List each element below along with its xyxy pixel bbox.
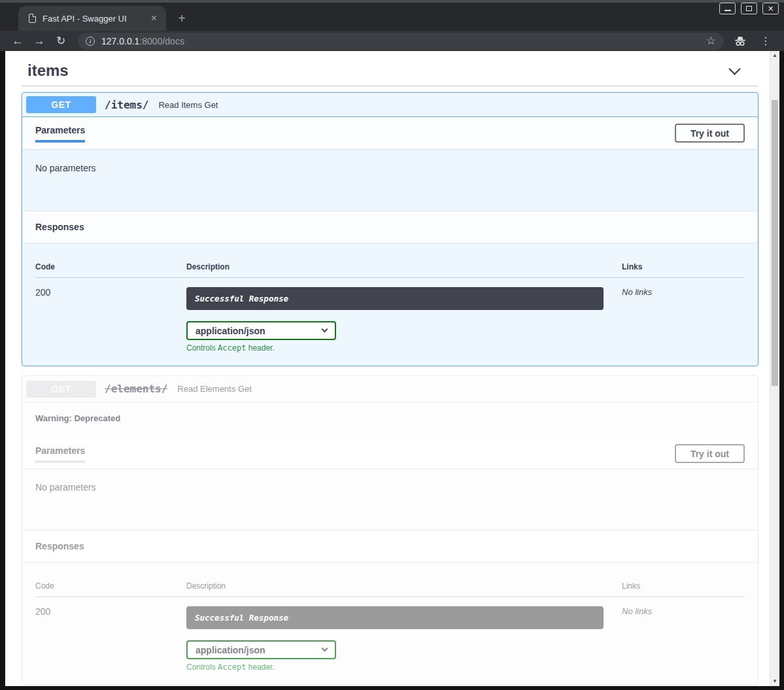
responses-header: Responses [22, 211, 758, 243]
responses-table: Code Description Links 200 Successful Re… [22, 243, 758, 366]
response-description-cell: Successful Response application/json Con… [186, 287, 622, 353]
deprecated-warning: Warning: Deprecated [22, 402, 758, 438]
col-header-code: Code [35, 262, 186, 271]
opblock-summary[interactable]: GET /items/ Read Items Get [22, 93, 758, 117]
tab-parameters[interactable]: Parameters [35, 125, 85, 143]
page-viewport: items GET /items/ Read Items Get Paramet… [5, 51, 779, 686]
responses-title: Responses [35, 222, 84, 232]
tab-title: Fast API - Swagger UI [43, 14, 148, 24]
parameters-header: Parameters Try it out [22, 438, 758, 468]
no-parameters-text: No parameters [22, 468, 758, 530]
opblock-summary[interactable]: GET /elements/ Read Elements Get [22, 376, 758, 402]
response-row-200: 200 Successful Response application/json… [35, 597, 745, 672]
response-links: No links [622, 287, 745, 353]
opblock-get-elements-deprecated: GET /elements/ Read Elements Get Warning… [22, 375, 758, 685]
response-description-cell: Successful Response application/json Con… [186, 606, 622, 672]
try-it-out-button[interactable]: Try it out [675, 124, 745, 143]
site-info-icon[interactable]: i [86, 37, 95, 46]
media-type-select[interactable]: application/json [186, 321, 336, 340]
maximize-icon [746, 6, 752, 11]
select-chevron-icon [322, 326, 328, 333]
col-header-links: Links [622, 581, 745, 591]
browser-titlebar: Fast API - Swagger UI × + ✕ [0, 0, 784, 31]
bookmark-star-icon[interactable]: ☆ [706, 35, 716, 46]
back-icon[interactable]: ← [9, 35, 26, 46]
col-header-description: Description [186, 262, 622, 271]
endpoint-path: /items/ [105, 99, 148, 111]
minimize-icon [724, 10, 731, 11]
response-description: Successful Response [186, 287, 604, 310]
tab-parameters[interactable]: Parameters [35, 445, 85, 463]
col-header-code: Code [35, 581, 186, 591]
address-bar[interactable]: i 127.0.0.1:8000/docs ☆ [78, 33, 724, 50]
no-parameters-text: No parameters [22, 149, 758, 211]
accept-header-note: Controls Accept header. [186, 663, 622, 672]
scrollbar-thumb[interactable] [772, 100, 778, 386]
close-button[interactable]: ✕ [762, 3, 779, 14]
opblock-get-items: GET /items/ Read Items Get Parameters Tr… [22, 92, 758, 366]
tag-divider [22, 86, 758, 86]
media-type-select[interactable]: application/json [186, 640, 336, 659]
url-text: 127.0.0.1:8000/docs [101, 36, 184, 46]
col-header-description: Description [186, 581, 622, 591]
method-badge: GET [26, 96, 96, 113]
new-tab-button[interactable]: + [173, 9, 191, 27]
response-row-200: 200 Successful Response application/json… [35, 278, 745, 353]
response-code: 200 [35, 606, 186, 672]
swagger-ui-content: items GET /items/ Read Items Get Paramet… [5, 51, 770, 686]
col-header-links: Links [622, 262, 745, 271]
responses-table-head: Code Description Links [35, 572, 745, 597]
tab-close-icon[interactable]: × [148, 12, 160, 25]
close-icon: ✕ [768, 5, 774, 12]
method-badge: GET [26, 381, 96, 398]
responses-table: Code Description Links 200 Successful Re… [22, 562, 758, 685]
chevron-down-icon[interactable] [728, 63, 740, 75]
page-favicon-icon [29, 14, 36, 23]
response-links: No links [622, 606, 745, 672]
media-type-value: application/json [196, 326, 265, 336]
scroll-down-icon[interactable]: ▼ [770, 677, 779, 686]
url-path: :8000/docs [139, 36, 184, 46]
window-controls: ✕ [719, 3, 779, 14]
response-description: Successful Response [186, 606, 604, 629]
endpoint-path: /elements/ [105, 383, 167, 395]
parameters-header: Parameters Try it out [22, 117, 758, 149]
responses-title: Responses [35, 541, 84, 551]
browser-menu-icon[interactable]: ⋮ [757, 36, 775, 46]
responses-header: Responses [22, 530, 758, 562]
endpoint-summary: Read Items Get [158, 100, 218, 110]
url-host: 127.0.0.1 [101, 36, 139, 46]
select-chevron-icon [322, 646, 328, 652]
accept-header-note: Controls Accept header. [186, 343, 622, 353]
reload-icon[interactable]: ↻ [52, 35, 69, 46]
minimize-button[interactable] [719, 3, 736, 14]
media-type-value: application/json [196, 645, 265, 655]
tag-section-header[interactable]: items [22, 59, 758, 80]
page-scrollbar[interactable]: ▲ ▼ [770, 51, 779, 686]
response-code: 200 [35, 287, 186, 353]
tag-title: items [27, 61, 69, 80]
incognito-icon [733, 36, 747, 46]
browser-tab[interactable]: Fast API - Swagger UI × [18, 6, 166, 31]
maximize-button[interactable] [741, 3, 757, 14]
try-it-out-button[interactable]: Try it out [675, 444, 745, 463]
scroll-up-icon[interactable]: ▲ [770, 51, 779, 60]
responses-table-head: Code Description Links [35, 253, 745, 278]
browser-toolbar: ← → ↻ i 127.0.0.1:8000/docs ☆ ⋮ [0, 31, 784, 51]
forward-icon[interactable]: → [31, 35, 48, 46]
endpoint-summary: Read Elements Get [177, 384, 251, 394]
